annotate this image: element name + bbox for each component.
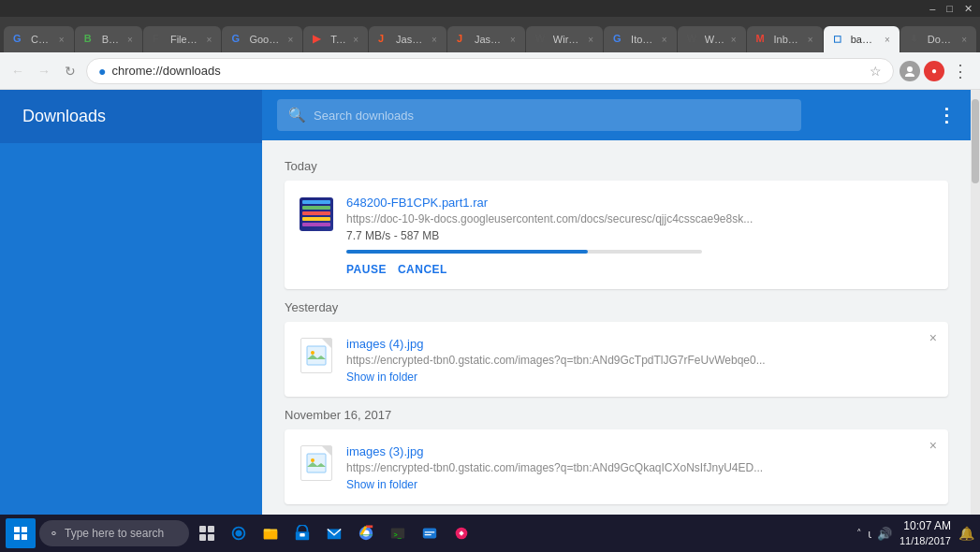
main-area: 🔍 Search downloads ⋮ Today648200-FB1CPK.… xyxy=(262,90,971,515)
tab-itok[interactable]: GItok...× xyxy=(604,26,677,52)
taskbar-chrome-icon[interactable] xyxy=(352,518,380,548)
reload-button[interactable]: ↻ xyxy=(60,61,80,81)
file-name[interactable]: images (3).jpg xyxy=(346,444,933,458)
file-url: https://doc-10-9k-docs.googleusercontent… xyxy=(346,212,796,225)
tab-close-jasa2[interactable]: × xyxy=(510,35,516,45)
tab-label-cara: Cara xyxy=(31,34,51,45)
show-in-folder-button[interactable]: Show in folder xyxy=(346,370,933,384)
tab-close-file[interactable]: × xyxy=(207,35,212,45)
tab-favicon-cara: G xyxy=(13,33,26,46)
svg-rect-9 xyxy=(208,534,214,541)
date-group: November 16, 2017images (3).jpghttps://e… xyxy=(262,404,971,504)
tab-jasa2[interactable]: JJasa...× xyxy=(447,26,525,52)
file-name[interactable]: images (4).jpg xyxy=(346,337,933,351)
svg-rect-4 xyxy=(307,454,326,472)
tab-file[interactable]: FFile: ...× xyxy=(143,26,221,52)
tab-close-bam[interactable]: × xyxy=(885,35,890,45)
search-placeholder: Search downloads xyxy=(314,109,414,123)
chrome-menu-button[interactable]: ⋮ xyxy=(948,61,973,81)
titlebar: – □ ✕ xyxy=(0,0,980,17)
tab-bam[interactable]: ◻bam...× xyxy=(824,26,900,52)
maximize-button[interactable]: □ xyxy=(946,3,953,14)
tab-label-wire: Wire... xyxy=(553,34,580,45)
taskbar-search[interactable]: ⚬ Type here to search xyxy=(39,520,189,546)
date-label: Yesterday xyxy=(262,297,971,322)
svg-text:>_: >_ xyxy=(394,530,402,539)
cancel-button[interactable]: CANCEL xyxy=(398,263,447,276)
tab-close-jasa1[interactable]: × xyxy=(431,35,437,45)
taskbar-explorer-icon[interactable] xyxy=(256,518,285,548)
pause-button[interactable]: PAUSE xyxy=(346,263,387,276)
show-in-folder-button[interactable]: Show in folder xyxy=(346,478,933,491)
tab-label-wifi: WiFi xyxy=(705,34,724,45)
tab-close-wifi[interactable]: × xyxy=(731,35,737,45)
svg-rect-22 xyxy=(425,534,431,535)
tab-top[interactable]: ▶Top× xyxy=(303,26,368,52)
tab-wire[interactable]: WWire...× xyxy=(526,26,603,52)
notification-icon[interactable]: 🔔 xyxy=(958,526,974,541)
tab-favicon-wire: W xyxy=(535,33,549,46)
downloads-page: Downloads 🔍 Search downloads ⋮ Today6482… xyxy=(0,90,980,515)
network-icon[interactable]: ⍳ xyxy=(868,527,871,541)
tab-gooc[interactable]: GGooc...× xyxy=(222,26,302,52)
profile-icon[interactable] xyxy=(900,61,920,81)
taskbar-mail-icon[interactable] xyxy=(320,518,348,548)
tray-arrow[interactable]: ˄ xyxy=(856,528,862,540)
tab-jasa1[interactable]: JJasa...× xyxy=(369,26,446,52)
tab-favicon-wifi: W xyxy=(687,33,700,46)
date-group: Yesterdayimages (4).jpghttps://encrypted… xyxy=(262,297,971,397)
svg-rect-8 xyxy=(199,534,206,541)
downloads-menu-button[interactable]: ⋮ xyxy=(937,104,956,126)
search-container[interactable]: 🔍 Search downloads xyxy=(277,99,801,131)
tab-close-itok[interactable]: × xyxy=(662,35,667,45)
svg-rect-20 xyxy=(423,529,436,539)
bookmark-icon[interactable]: ☆ xyxy=(870,64,882,79)
taskbar-store-icon[interactable] xyxy=(288,518,316,548)
date-group: Today648200-FB1CPK.part1.rarhttps://doc-… xyxy=(262,155,971,289)
tab-close-blok[interactable]: × xyxy=(127,35,133,45)
volume-icon[interactable]: 🔊 xyxy=(877,527,892,541)
file-name[interactable]: 648200-FB1CPK.part1.rar xyxy=(346,196,933,210)
clock[interactable]: 10:07 AM 11/18/2017 xyxy=(900,518,951,548)
tab-close-wire[interactable]: × xyxy=(588,35,593,45)
taskbar-app7-icon[interactable] xyxy=(416,518,444,548)
tab-label-jasa1: Jasa... xyxy=(396,34,424,45)
remove-download-button[interactable]: × xyxy=(929,331,937,344)
tab-favicon-gooc: G xyxy=(231,33,244,46)
tab-wifi[interactable]: WWiFi× xyxy=(678,26,746,52)
svg-point-0 xyxy=(907,66,913,72)
task-view-button[interactable] xyxy=(193,518,221,548)
extension-icon[interactable]: ● xyxy=(924,61,944,81)
minimize-button[interactable]: – xyxy=(929,3,935,14)
tab-label-top: Top xyxy=(330,34,345,45)
download-card: images (4).jpghttps://encrypted-tbn0.gst… xyxy=(285,322,948,397)
tab-close-inbox[interactable]: × xyxy=(808,35,813,45)
image-file-icon xyxy=(300,338,332,373)
tab-close-cara[interactable]: × xyxy=(59,35,65,45)
progress-info: 7.7 MB/s - 587 MB xyxy=(346,229,933,242)
chrome-favicon: ● xyxy=(98,64,106,79)
svg-point-5 xyxy=(311,458,314,462)
tab-close-gooc[interactable]: × xyxy=(287,35,293,45)
tab-blok[interactable]: BBlok× xyxy=(75,26,142,52)
close-button[interactable]: ✕ xyxy=(964,3,973,15)
start-button[interactable] xyxy=(6,518,36,548)
tab-inbox[interactable]: MInbo...× xyxy=(747,26,823,52)
taskbar-terminal-icon[interactable]: >_ xyxy=(384,518,412,548)
tab-cara[interactable]: GCara× xyxy=(4,26,74,52)
download-info: images (4).jpghttps://encrypted-tbn0.gst… xyxy=(346,337,933,384)
back-button[interactable]: ← xyxy=(7,61,28,81)
tab-favicon-jasa2: J xyxy=(457,33,470,46)
tab-close-dow[interactable]: × xyxy=(961,35,967,45)
remove-download-button[interactable]: × xyxy=(929,439,937,452)
taskbar-app8-icon[interactable] xyxy=(447,518,475,548)
tab-dow[interactable]: ⬇Dow...× xyxy=(900,26,976,52)
file-icon-container xyxy=(300,444,333,482)
forward-button[interactable]: → xyxy=(34,61,54,81)
address-bar[interactable]: ● chrome://downloads ☆ xyxy=(86,58,894,84)
scrollbar[interactable] xyxy=(971,90,980,515)
svg-rect-6 xyxy=(199,526,206,532)
taskbar-edge-icon[interactable] xyxy=(225,518,253,548)
cortana-icon: ⚬ xyxy=(49,527,59,541)
tab-close-top[interactable]: × xyxy=(353,35,358,45)
